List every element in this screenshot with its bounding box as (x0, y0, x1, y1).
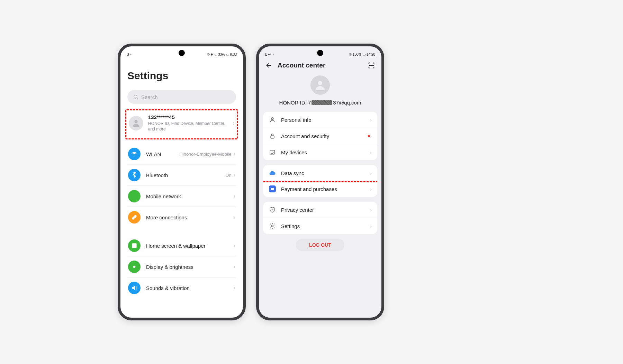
account-row[interactable]: 132******45 HONOR ID, Find Device, Membe… (127, 110, 236, 136)
row-personal-info[interactable]: Personal info › (263, 112, 377, 128)
card-sync: Data sync › Payment and purchases › (263, 165, 377, 197)
bluetooth-icon (128, 169, 141, 181)
chevron-right-icon: › (234, 214, 235, 220)
row-sounds[interactable]: Sounds & vibration › (127, 277, 236, 298)
shield-icon (269, 206, 276, 213)
chevron-right-icon: › (370, 149, 372, 155)
account-subtitle: HONOR ID, Find Device, Member Center, an… (148, 121, 233, 132)
row-display[interactable]: Display & brightness › (127, 256, 236, 277)
row-payment[interactable]: Payment and purchases › (263, 181, 377, 197)
svg-point-6 (318, 81, 322, 85)
status-right: ⟳ 100% ▭ 14:20 (349, 53, 375, 56)
card-misc: Privacy center › Settings › (263, 202, 377, 234)
svg-point-4 (133, 245, 134, 246)
side-button (245, 143, 246, 161)
status-left: B ᯤ (127, 53, 133, 56)
svg-point-12 (272, 225, 273, 227)
brightness-icon (128, 261, 141, 273)
top-bar: Account center (259, 60, 381, 73)
chevron-right-icon: › (234, 193, 235, 199)
side-button (384, 109, 384, 136)
chevron-right-icon: › (370, 207, 372, 213)
devices-icon (269, 149, 276, 156)
row-label: WLAN (146, 151, 179, 157)
row-label: More connections (146, 215, 234, 220)
redacted-text (312, 100, 332, 105)
wifi-icon (128, 148, 141, 160)
row-label: Home screen & wallpaper (146, 243, 234, 249)
honor-id: HONOR ID: 7 37@qq.com (259, 100, 381, 106)
svg-line-1 (137, 98, 138, 99)
row-wlan[interactable]: WLAN Hihonor-Employee-Mobile › (127, 144, 236, 165)
row-home-screen[interactable]: Home screen & wallpaper › (127, 235, 236, 256)
row-bluetooth[interactable]: Bluetooth On › (127, 165, 236, 186)
side-button (384, 143, 384, 161)
chevron-right-icon: › (234, 264, 235, 270)
camera-hole-icon (179, 50, 185, 56)
chevron-right-icon: › (370, 117, 372, 123)
svg-rect-8 (271, 136, 274, 138)
row-label: Sounds & vibration (146, 285, 234, 291)
lock-icon (269, 133, 276, 139)
row-label: Privacy center (281, 207, 370, 213)
row-my-devices[interactable]: My devices › (263, 144, 377, 160)
avatar-icon (129, 116, 143, 130)
back-icon[interactable] (265, 62, 273, 69)
person-icon (269, 116, 276, 123)
card-account: Personal info › Account and security › M… (263, 112, 377, 160)
logout-button[interactable]: LOG OUT (296, 239, 344, 251)
row-label: Bluetooth (146, 172, 225, 178)
search-input[interactable]: Search (127, 90, 236, 104)
status-right: ⟳ ✱ ↯ 33% ▭ 9:33 (207, 53, 237, 56)
row-account-security[interactable]: Account and security › (263, 128, 377, 144)
camera-hole-icon (317, 50, 323, 56)
svg-point-5 (133, 266, 136, 268)
row-label: Mobile network (146, 193, 234, 199)
gear-icon (269, 222, 276, 229)
wallet-icon (269, 185, 276, 192)
row-label: My devices (281, 149, 370, 155)
search-placeholder: Search (141, 94, 158, 100)
account-text: 132******45 HONOR ID, Find Device, Membe… (148, 114, 233, 132)
wallpaper-icon (128, 239, 141, 252)
chevron-right-icon: › (370, 186, 372, 192)
row-data-sync[interactable]: Data sync › (263, 165, 377, 181)
row-mobile-network[interactable]: Mobile network › (127, 186, 236, 207)
chevron-right-icon: › (370, 223, 372, 229)
chevron-right-icon: › (234, 285, 235, 291)
account-title: 132******45 (148, 114, 233, 120)
chevron-right-icon: › (370, 170, 372, 176)
avatar-icon[interactable] (310, 75, 330, 95)
search-icon (133, 94, 138, 100)
page-title: Settings (127, 70, 236, 82)
row-more-connections[interactable]: More connections › (127, 207, 236, 228)
row-label: Account and security (281, 133, 367, 139)
status-left: B ⁴⁶ ∘ (265, 53, 274, 56)
honor-id-prefix: HONOR ID: 7 (279, 100, 311, 106)
scan-icon[interactable] (368, 62, 375, 69)
chevron-right-icon: › (234, 172, 235, 178)
mobile-network-icon (128, 190, 141, 202)
chevron-right-icon: › (234, 243, 235, 249)
row-label: Personal info (281, 117, 370, 123)
phone-account-center: B ⁴⁶ ∘ ⟳ 100% ▭ 14:20 Account center HON… (256, 44, 384, 320)
svg-point-2 (134, 120, 137, 123)
phone-settings: B ᯤ ⟳ ✱ ↯ 33% ▭ 9:33 Settings Search 132… (118, 44, 246, 320)
svg-point-0 (134, 95, 137, 98)
row-value: Hihonor-Employee-Mobile (179, 152, 231, 157)
chevron-right-icon: › (234, 151, 235, 157)
row-label: Display & brightness (146, 264, 234, 270)
row-label: Data sync (281, 170, 370, 176)
svg-rect-11 (271, 189, 274, 190)
side-button (245, 109, 246, 136)
honor-id-suffix: 37@qq.com (333, 100, 361, 106)
row-label: Payment and purchases (281, 186, 370, 192)
profile-section: HONOR ID: 7 37@qq.com (259, 73, 381, 112)
chevron-right-icon: › (233, 120, 235, 126)
row-settings[interactable]: Settings › (263, 218, 377, 234)
cloud-icon (269, 170, 276, 176)
svg-point-7 (271, 118, 273, 120)
row-privacy-center[interactable]: Privacy center › (263, 202, 377, 218)
row-value: On (225, 173, 231, 178)
sound-icon (128, 282, 141, 294)
